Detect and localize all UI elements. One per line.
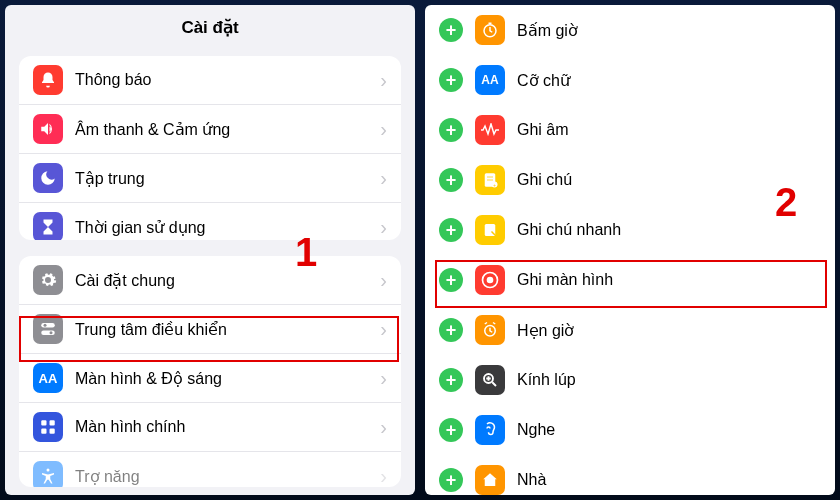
row-focus[interactable]: Tập trung › bbox=[19, 154, 401, 203]
accessibility-icon bbox=[33, 461, 63, 487]
note-icon: + bbox=[475, 165, 505, 195]
add-icon[interactable]: + bbox=[439, 18, 463, 42]
svg-rect-1 bbox=[41, 331, 55, 336]
bell-icon bbox=[33, 65, 63, 95]
row-label: Thông báo bbox=[75, 71, 380, 89]
row-label: Cỡ chữ bbox=[517, 71, 821, 90]
chevron-icon: › bbox=[380, 269, 387, 292]
chevron-icon: › bbox=[380, 216, 387, 239]
row-label: Ghi màn hình bbox=[517, 271, 821, 289]
svg-point-8 bbox=[47, 469, 50, 472]
add-icon[interactable]: + bbox=[439, 368, 463, 392]
add-icon[interactable]: + bbox=[439, 318, 463, 342]
gear-icon bbox=[33, 265, 63, 295]
row-label: Ghi âm bbox=[517, 121, 821, 139]
add-row-alarm[interactable]: + Hẹn giờ bbox=[425, 305, 835, 355]
switches-icon bbox=[33, 314, 63, 344]
wave-icon bbox=[475, 115, 505, 145]
row-label: Hẹn giờ bbox=[517, 321, 821, 340]
row-general[interactable]: Cài đặt chung › bbox=[19, 256, 401, 305]
add-icon[interactable]: + bbox=[439, 268, 463, 292]
add-icon[interactable]: + bbox=[439, 468, 463, 492]
page-title: Cài đặt bbox=[5, 5, 415, 48]
annotation-2: 2 bbox=[775, 180, 797, 225]
aa-icon: AA bbox=[33, 363, 63, 393]
add-row-home[interactable]: + Nhà bbox=[425, 455, 835, 495]
svg-rect-0 bbox=[41, 323, 55, 328]
row-screentime[interactable]: Thời gian sử dụng › bbox=[19, 203, 401, 240]
row-label: Trung tâm điều khiển bbox=[75, 320, 380, 339]
add-icon[interactable]: + bbox=[439, 68, 463, 92]
chevron-icon: › bbox=[380, 465, 387, 487]
add-row-voice-memo[interactable]: + Ghi âm bbox=[425, 105, 835, 155]
chevron-icon: › bbox=[380, 69, 387, 92]
add-icon[interactable]: + bbox=[439, 218, 463, 242]
add-row-magnifier[interactable]: + Kính lúp bbox=[425, 355, 835, 405]
add-row-textsize[interactable]: + AA Cỡ chữ bbox=[425, 55, 835, 105]
chevron-icon: › bbox=[380, 367, 387, 390]
row-notifications[interactable]: Thông báo › bbox=[19, 56, 401, 105]
row-accessibility[interactable]: Trợ năng › bbox=[19, 452, 401, 487]
row-label: Nhà bbox=[517, 471, 821, 489]
add-icon[interactable]: + bbox=[439, 118, 463, 142]
record-icon bbox=[475, 265, 505, 295]
svg-rect-5 bbox=[50, 421, 55, 426]
svg-point-18 bbox=[487, 277, 494, 284]
row-label: Thời gian sử dụng bbox=[75, 218, 380, 237]
add-icon[interactable]: + bbox=[439, 168, 463, 192]
svg-point-3 bbox=[50, 332, 53, 335]
magnify-icon bbox=[475, 365, 505, 395]
svg-rect-7 bbox=[50, 429, 55, 434]
chevron-icon: › bbox=[380, 167, 387, 190]
row-display[interactable]: AA Màn hình & Độ sáng › bbox=[19, 354, 401, 403]
quicknote-icon bbox=[475, 215, 505, 245]
chevron-icon: › bbox=[380, 416, 387, 439]
grid-icon bbox=[33, 412, 63, 442]
sound-icon bbox=[33, 114, 63, 144]
settings-group-1: Thông báo › Âm thanh & Cảm ứng › Tập tru… bbox=[19, 56, 401, 240]
svg-text:+: + bbox=[493, 183, 496, 188]
chevron-icon: › bbox=[380, 118, 387, 141]
row-homescreen[interactable]: Màn hình chính › bbox=[19, 403, 401, 452]
row-label: Màn hình & Độ sáng bbox=[75, 369, 380, 388]
settings-group-2: Cài đặt chung › Trung tâm điều khiển › A… bbox=[19, 256, 401, 487]
row-control-center[interactable]: Trung tâm điều khiển › bbox=[19, 305, 401, 354]
chevron-icon: › bbox=[380, 318, 387, 341]
row-label: Tập trung bbox=[75, 169, 380, 188]
row-label: Âm thanh & Cảm ứng bbox=[75, 120, 380, 139]
hourglass-icon bbox=[33, 212, 63, 240]
svg-rect-6 bbox=[41, 429, 46, 434]
add-icon[interactable]: + bbox=[439, 418, 463, 442]
svg-rect-4 bbox=[41, 421, 46, 426]
aa-icon: AA bbox=[475, 65, 505, 95]
ear-icon bbox=[475, 415, 505, 445]
annotation-1: 1 bbox=[295, 230, 317, 275]
add-row-quicknote[interactable]: + Ghi chú nhanh bbox=[425, 205, 835, 255]
control-center-add-screen: + Bấm giờ + AA Cỡ chữ + Ghi âm + + Ghi c… bbox=[425, 5, 835, 495]
row-sounds[interactable]: Âm thanh & Cảm ứng › bbox=[19, 105, 401, 154]
add-row-stopwatch[interactable]: + Bấm giờ bbox=[425, 5, 835, 55]
stopwatch-icon bbox=[475, 15, 505, 45]
settings-screen: Cài đặt Thông báo › Âm thanh & Cảm ứng ›… bbox=[5, 5, 415, 495]
home-icon bbox=[475, 465, 505, 495]
add-row-notes[interactable]: + + Ghi chú bbox=[425, 155, 835, 205]
svg-point-2 bbox=[44, 324, 47, 327]
row-label: Cài đặt chung bbox=[75, 271, 380, 290]
alarm-icon bbox=[475, 315, 505, 345]
row-label: Kính lúp bbox=[517, 371, 821, 389]
row-label: Trợ năng bbox=[75, 467, 380, 486]
row-label: Bấm giờ bbox=[517, 21, 821, 40]
moon-icon bbox=[33, 163, 63, 193]
add-row-hearing[interactable]: + Nghe bbox=[425, 405, 835, 455]
row-label: Màn hình chính bbox=[75, 418, 380, 436]
add-row-screen-record[interactable]: + Ghi màn hình bbox=[425, 255, 835, 305]
row-label: Nghe bbox=[517, 421, 821, 439]
svg-rect-10 bbox=[489, 23, 492, 25]
